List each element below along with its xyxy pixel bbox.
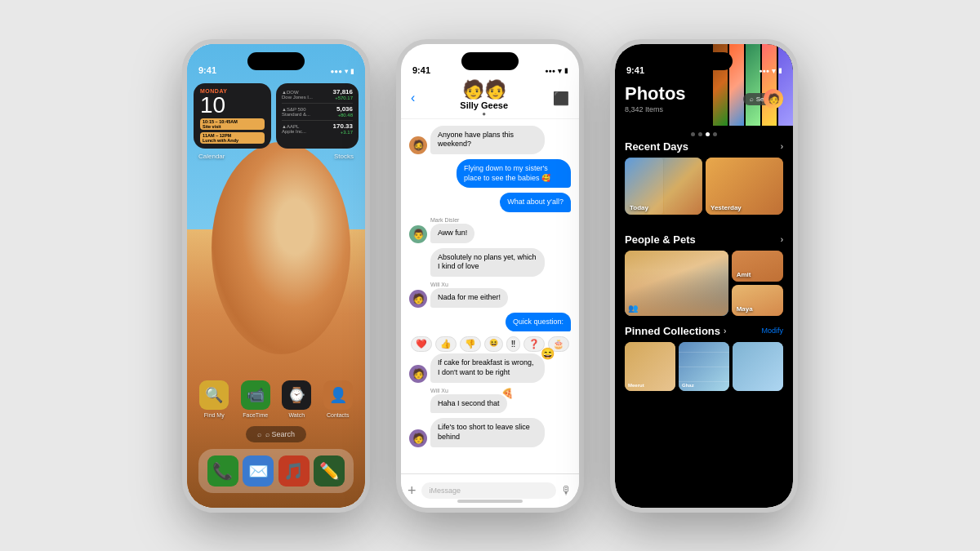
app-facetime[interactable]: 📹 FaceTime [241,380,270,418]
status-icons: ●●● ▾ ▮ [331,68,354,75]
reaction-haha[interactable]: 😆 [484,336,503,352]
message-4: 👨 Aww fun! [409,224,571,243]
reaction-thumbsdown[interactable]: 👎 [460,336,481,352]
dynamic-island-2 [461,52,519,70]
recent-today[interactable]: Today [625,158,702,215]
message-2: Flying down to my sister's place to see … [409,159,571,188]
people-pets-title: People & Pets [625,233,696,246]
pinned-chevron[interactable]: › [724,327,726,335]
avatar-1: 🧔 [409,136,427,154]
app-watch-label: Watch [288,412,305,418]
app-find-my[interactable]: 🔍 Find My [199,380,229,418]
recent-thumbs: Today Yesterday [615,158,793,215]
recent-days-header: Recent Days › [615,140,793,153]
people-maya[interactable]: Maya [732,285,783,316]
dock-mail[interactable]: ✉️ [243,455,274,487]
app-find-my-label: Find My [204,412,225,418]
phone-messages: 9:41 ●●● ▾ ▮ ‹ 🧑🧑 Silly Geese ● ⬛ 🧔 Anyo… [396,39,584,513]
stocks-widget[interactable]: ▲DOW Dow Jones I... 37,816 +570.17 ▲S&P … [276,83,359,149]
search-icon-photos: ⌕ [750,96,754,103]
recent-yesterday[interactable]: Yesterday [706,158,783,215]
bubble-10: Life's too short to leave slice behind [430,418,545,447]
stock-3-price: 170.33 [333,122,353,130]
bubble-4: Aww fun! [430,224,474,243]
status-time-3: 9:41 [626,65,644,75]
search-bar[interactable]: ⌕ ⌕ Search [246,426,306,442]
message-1: 🧔 Anyone have plans this weekend? [409,126,571,154]
sender-will-1: Will Xu [430,282,571,287]
avatar-4: 👨 [409,225,427,243]
reaction-exclaim[interactable]: ‼️ [506,336,521,352]
battery-icon-2: ▮ [564,67,568,74]
stock-1-sub: Dow Jones I... [282,95,313,100]
dock-notes[interactable]: ✏️ [314,455,345,487]
dock-music[interactable]: 🎵 [278,455,310,487]
bubble-1: Anyone have plans this weekend? [430,126,545,154]
group-avatar: 🧑🧑 [460,79,508,100]
microphone-button[interactable]: 🎙 [561,484,572,497]
cal-event-1-title: Site visit [203,124,262,129]
people-large-thumb[interactable]: 👥 [625,251,728,316]
reaction-heart[interactable]: ❤️ [411,336,432,352]
app-icons-row: 🔍 Find My 📹 FaceTime ⌚ Watch 👤 Contacts [194,380,359,418]
stock-1-change: +570.17 [333,96,353,100]
messages-title: 🧑🧑 Silly Geese ● [460,79,508,118]
dot-4 [713,132,717,136]
app-contacts[interactable]: 👤 Contacts [323,380,353,418]
battery-icon-3: ▮ [778,67,782,74]
pinned-thumb-3[interactable] [733,342,783,391]
recent-days-section: Recent Days › Today Yesterday [615,140,793,215]
photos-count: 8,342 Items [625,105,783,113]
app-facetime-label: FaceTime [243,412,268,418]
status-icons-2: ●●● ▾ ▮ [545,67,568,75]
dock-phone[interactable]: 📞 [207,455,238,487]
pinned-thumbs: Meerut Ghaz [615,342,793,391]
message-input[interactable]: iMessage [421,482,556,499]
people-amit[interactable]: Amit [732,251,783,282]
battery-icon: ▮ [350,68,354,75]
today-label: Today [630,204,648,211]
stock-3-sub: Apple Inc... [282,129,306,134]
message-9: 🧑 Haha I second that 🍕 [409,394,571,414]
stock-2-name: ▲S&P 500 [282,107,310,112]
cal-date: 10 [200,94,265,117]
video-call-button[interactable]: ⬛ [553,91,569,106]
stock-2-price: 5,036 [336,105,353,113]
stock-1-price: 37,816 [333,88,353,96]
back-button[interactable]: ‹ [411,91,415,105]
people-chevron[interactable]: › [781,235,783,244]
app-watch[interactable]: ⌚ Watch [282,380,311,418]
amit-label: Amit [737,271,751,278]
emoji-reaction: 😄 [541,347,555,360]
modify-button[interactable]: Modify [761,327,783,335]
bubble-9: Haha I second that [430,394,507,414]
people-group-icon: 👥 [628,304,638,313]
avatar-8: 🧑 [409,365,427,383]
recent-days-chevron[interactable]: › [781,142,783,151]
dock: 📞 ✉️ 🎵 ✏️ [198,449,354,493]
avatar-6: 🧑 [409,290,427,308]
pinned-thumb-1[interactable]: Meerut [625,342,675,391]
wifi-icon-3: ▾ [772,67,776,75]
bubble-8: If cake for breakfast is wrong, I don't … [430,353,545,382]
widget-labels: Calendar Stocks [194,153,359,160]
calendar-widget[interactable]: MONDAY 10 10:15 – 10:45AM Site visit 11A… [194,83,271,149]
dot-1 [691,132,695,136]
dot-2 [698,132,702,136]
signal-icon: ●●● [331,68,343,75]
bubble-6: Nada for me either! [430,288,508,308]
message-7: Quick question: [409,313,571,332]
phone-photos: 9:41 ●●● ▾ ▮ Photos 8,342 Items ⌕ Search [610,39,798,513]
status-time: 9:41 [198,65,216,75]
profile-avatar[interactable]: 🧑 [764,89,783,109]
stock-2-change: +80.48 [336,113,353,118]
pinned-thumb-2[interactable]: Ghaz [679,342,729,391]
people-pets-header: People & Pets › [615,233,793,246]
reaction-thumbsup[interactable]: 👍 [435,336,457,352]
add-attachment-button[interactable]: + [408,482,416,500]
cal-event-2-title: Lunch with Andy [203,138,262,143]
message-10: 🧑 Life's too short to leave slice behind [409,418,571,447]
bubble-3: What about y'all? [500,193,571,212]
stock-2-sub: Standard &... [282,112,310,117]
message-8: 🧑 If cake for breakfast is wrong, I don'… [409,353,571,382]
